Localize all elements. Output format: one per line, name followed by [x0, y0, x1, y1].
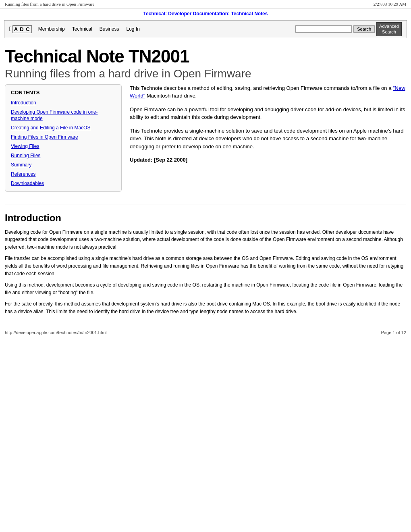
contents-link-creating[interactable]: Creating and Editing a File in MacOS — [11, 125, 90, 131]
search-input[interactable] — [295, 25, 352, 33]
desc-para3: This Technote provides a single-machine … — [130, 127, 406, 151]
apple-icon:  — [9, 25, 12, 33]
contents-box: CONTENTS Introduction Developing Open Fi… — [5, 84, 122, 192]
intro-para3: Using this method, development becomes a… — [5, 281, 406, 296]
contents-link-developing[interactable]: Developing Open Firmware code in one-mac… — [11, 109, 98, 121]
introduction-section: Introduction Developing code for Open Fi… — [0, 212, 411, 316]
contents-link-downloadables[interactable]: Downloadables — [11, 181, 44, 186]
desc-para2: Open Firmware can be a powerful tool for… — [130, 106, 406, 121]
contents-link-viewing[interactable]: Viewing Files — [11, 143, 39, 149]
date-time: 2/27/03 10:29 AM — [374, 2, 406, 6]
list-item: Summary — [11, 162, 116, 168]
list-item: Running Files — [11, 152, 116, 159]
breadcrumb-link[interactable]: Technical: Developer Documentation: Tech… — [143, 11, 268, 17]
contents-link-introduction[interactable]: Introduction — [11, 100, 36, 106]
list-item: Introduction — [11, 100, 116, 106]
footer: http://developer.apple.com/technotes/tn/… — [0, 328, 411, 337]
footer-page: Page 1 of 12 — [381, 330, 406, 335]
desc-para1: This Technote describes a method of edit… — [130, 84, 406, 100]
contents-link-summary[interactable]: Summary — [11, 162, 31, 168]
tab-title: Running files from a hard drive in Open … — [5, 2, 94, 6]
list-item: Developing Open Firmware code in one-mac… — [11, 109, 116, 122]
intro-para2: File transfer can be accomplished using … — [5, 255, 406, 277]
page-title-sub: Running files from a hard drive in Open … — [5, 67, 406, 80]
contents-link-finding[interactable]: Finding Files in Open Firmware — [11, 134, 78, 140]
search-button[interactable]: Search — [353, 25, 375, 33]
main-content: CONTENTS Introduction Developing Open Fi… — [0, 84, 411, 192]
nav-links: Membership Technical Business Log In — [38, 26, 295, 32]
footer-url: http://developer.apple.com/technotes/tn/… — [5, 330, 107, 335]
intro-para1: Developing code for Open Firmware on a s… — [5, 229, 406, 251]
list-item: Viewing Files — [11, 143, 116, 150]
nav-login[interactable]: Log In — [127, 26, 140, 32]
intro-para4: For the sake of brevity, this method ass… — [5, 300, 406, 315]
search-area: Search AdvancedSearch — [295, 22, 402, 36]
nav-membership[interactable]: Membership — [38, 26, 65, 32]
section-divider — [5, 204, 406, 204]
advanced-search-button[interactable]: AdvancedSearch — [376, 22, 402, 36]
list-item: Finding Files in Open Firmware — [11, 134, 116, 140]
breadcrumb: Technical: Developer Documentation: Tech… — [0, 8, 411, 19]
nav-bar:  A D C Membership Technical Business Lo… — [4, 20, 407, 38]
nav-business[interactable]: Business — [100, 26, 119, 32]
top-bar: Running files from a hard drive in Open … — [0, 0, 411, 8]
contents-heading: CONTENTS — [11, 89, 116, 96]
adc-logo:  A D C — [9, 25, 32, 33]
contents-link-running[interactable]: Running Files — [11, 153, 40, 158]
adc-letters: A D C — [12, 25, 32, 33]
list-item: Downloadables — [11, 180, 116, 187]
nav-technical[interactable]: Technical — [72, 26, 92, 32]
title-area: Technical Note TN2001 Running files from… — [0, 40, 411, 84]
list-item: Creating and Editing a File in MacOS — [11, 125, 116, 131]
list-item: References — [11, 171, 116, 177]
updated-text: Updated: [Sep 22 2000] — [130, 156, 406, 164]
introduction-heading: Introduction — [5, 212, 406, 224]
page-title-main: Technical Note TN2001 — [5, 46, 406, 66]
contents-link-references[interactable]: References — [11, 171, 35, 177]
contents-list: Introduction Developing Open Firmware co… — [11, 100, 116, 187]
description-area: This Technote describes a method of edit… — [130, 84, 406, 192]
